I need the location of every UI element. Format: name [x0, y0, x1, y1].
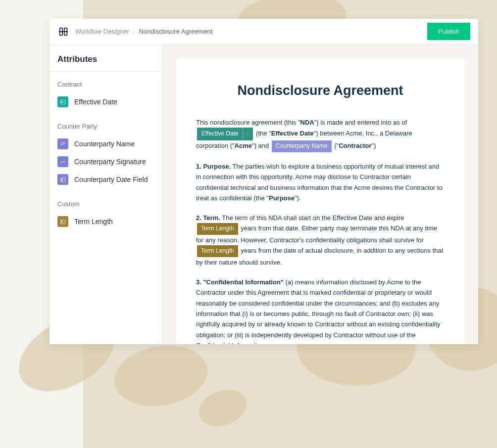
svg-rect-8 [61, 179, 63, 180]
term-paragraph: 2. Term. The term of this NDA shall star… [196, 213, 445, 268]
calendar-icon [57, 96, 68, 107]
intro-acme-bold: Acme [235, 142, 252, 149]
ci-text: (a) means information disclosed by Acme … [196, 278, 441, 344]
term-length-token[interactable]: Term Length [197, 245, 238, 257]
chevron-right-icon: › [133, 29, 135, 35]
sidebar-group-contract: Contract Effective Date [50, 72, 162, 114]
breadcrumb-current: Nondisclosure Agreement [139, 28, 213, 35]
section-heading: 3. "Confidential Information" [196, 278, 284, 286]
svg-rect-10 [61, 221, 63, 223]
intro-nda-bold: NDA [300, 119, 314, 126]
intro-text: ") and [252, 142, 271, 149]
term-length-token[interactable]: Term Length [197, 223, 238, 235]
app-logo-icon [57, 26, 69, 38]
counterparty-name-token[interactable]: Counterparty Name [272, 140, 332, 152]
content-area: Nondisclosure Agreement This nondisclosu… [162, 45, 478, 344]
group-label-counterparty: Counter Party [56, 123, 155, 130]
intro-effective-bold: Effective Date [271, 130, 314, 137]
sidebar-group-counterparty: Counter Party Counterparty Name Counterp… [50, 114, 162, 191]
text-lines-icon [57, 138, 68, 149]
purpose-paragraph: 1. Purpose. The parties wish to explore … [196, 161, 445, 204]
sidebar-item-counterparty-date[interactable]: Counterparty Date Field [56, 171, 155, 188]
publish-button[interactable]: Publish [427, 23, 470, 40]
sidebar-item-label: Term Length [74, 218, 113, 225]
sidebar-item-label: Effective Date [74, 98, 117, 106]
term-text: The term of this NDA shall start on the … [220, 214, 404, 222]
effective-date-token[interactable]: Effective Date [197, 128, 253, 140]
purpose-tail: "). [295, 194, 301, 202]
group-label-custom: Custom [56, 200, 155, 208]
token-label: Effective Date [197, 128, 243, 140]
calendar-icon [57, 216, 68, 227]
sidebar-item-effective-date[interactable]: Effective Date [56, 93, 155, 111]
intro-contractor-bold: Contractor [339, 142, 371, 149]
sidebar-item-label: Counterparty Signature [74, 158, 146, 166]
sidebar-item-term-length[interactable]: Term Length [56, 213, 155, 230]
signature-icon [57, 156, 68, 167]
document-intro-paragraph: This nondisclosure agreement (this "NDA"… [196, 117, 445, 152]
document-title: Nondisclosure Agreement [196, 83, 445, 98]
sidebar-item-counterparty-signature[interactable]: Counterparty Signature [56, 153, 155, 171]
breadcrumb: Workflow Designer › Nondisclosure Agreem… [75, 28, 212, 35]
intro-text: ") [372, 142, 376, 149]
chevron-down-icon[interactable] [243, 128, 253, 140]
intro-text: (" [333, 142, 339, 149]
intro-text: This nondisclosure agreement (this " [196, 119, 300, 126]
topbar: Workflow Designer › Nondisclosure Agreem… [50, 19, 478, 45]
section-heading: 1. Purpose. [196, 163, 231, 170]
intro-text: (the " [254, 130, 271, 137]
sidebar-item-label: Counterparty Date Field [74, 176, 148, 183]
confidential-info-paragraph: 3. "Confidential Information" (a) means … [196, 277, 445, 344]
sidebar-title: Attributes [50, 45, 162, 72]
group-label-contract: Contract [56, 81, 155, 88]
sidebar-group-custom: Custom Term Length [50, 191, 162, 233]
document: Nondisclosure Agreement This nondisclosu… [176, 58, 464, 344]
sidebar: Attributes Contract Effective Date Count… [50, 45, 162, 344]
svg-rect-4 [61, 101, 63, 103]
section-heading: 2. Term. [196, 214, 220, 222]
sidebar-item-counterparty-name[interactable]: Counterparty Name [56, 135, 155, 153]
purpose-bold: Purpose [269, 194, 295, 202]
breadcrumb-parent[interactable]: Workflow Designer [75, 28, 129, 35]
app-window: Workflow Designer › Nondisclosure Agreem… [50, 19, 478, 344]
purpose-text: The parties wish to explore a business o… [196, 163, 443, 202]
body-area: Attributes Contract Effective Date Count… [50, 45, 478, 344]
intro-text: ") is made and entered into as of [314, 119, 407, 126]
sidebar-item-label: Counterparty Name [74, 140, 135, 148]
calendar-icon [57, 174, 68, 185]
topbar-left: Workflow Designer › Nondisclosure Agreem… [57, 26, 212, 38]
